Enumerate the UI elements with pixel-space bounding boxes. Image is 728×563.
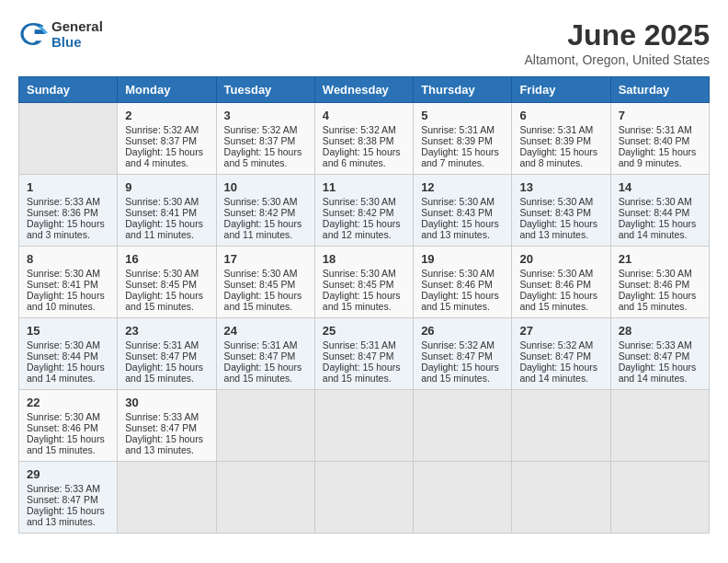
calendar-cell: 2 Sunrise: 5:32 AM Sunset: 8:37 PM Dayli… (118, 103, 216, 175)
sunset-text: Sunset: 8:44 PM (619, 207, 690, 218)
calendar-cell: 4 Sunrise: 5:32 AM Sunset: 8:38 PM Dayli… (314, 103, 413, 175)
sunrise-text: Sunrise: 5:30 AM (224, 268, 298, 279)
sunset-text: Sunset: 8:38 PM (323, 135, 394, 146)
daylight-text: Daylight: 15 hours and 15 minutes. (421, 290, 499, 312)
day-number: 2 (125, 109, 208, 122)
sunrise-text: Sunrise: 5:30 AM (323, 268, 396, 279)
location: Altamont, Oregon, United States (524, 52, 710, 67)
daylight-text: Daylight: 15 hours and 15 minutes. (224, 290, 302, 312)
day-number: 25 (323, 324, 405, 338)
calendar-cell: 17 Sunrise: 5:30 AM Sunset: 8:45 PM Dayl… (216, 247, 314, 318)
page-header: General Blue June 2025 Altamont, Oregon,… (18, 18, 710, 67)
sunrise-text: Sunrise: 5:30 AM (323, 196, 396, 207)
sunset-text: Sunset: 8:46 PM (519, 279, 591, 290)
calendar-cell (216, 390, 314, 462)
daylight-text: Daylight: 15 hours and 15 minutes. (323, 362, 401, 384)
sunset-text: Sunset: 8:40 PM (619, 135, 690, 146)
sunset-text: Sunset: 8:44 PM (27, 350, 98, 362)
sunset-text: Sunset: 8:36 PM (27, 207, 98, 218)
sunrise-text: Sunrise: 5:31 AM (125, 339, 199, 350)
calendar-cell (414, 390, 512, 462)
day-number: 3 (224, 109, 307, 122)
logo: General Blue (18, 18, 103, 50)
sunset-text: Sunset: 8:46 PM (619, 279, 690, 290)
daylight-text: Daylight: 15 hours and 13 minutes. (421, 218, 499, 240)
daylight-text: Daylight: 15 hours and 15 minutes. (27, 433, 105, 455)
day-number: 9 (125, 180, 208, 194)
daylight-text: Daylight: 15 hours and 13 minutes. (125, 433, 203, 455)
daylight-text: Daylight: 15 hours and 15 minutes. (421, 362, 499, 384)
calendar-cell (118, 462, 216, 534)
calendar-cell: 7 Sunrise: 5:31 AM Sunset: 8:40 PM Dayli… (610, 103, 709, 175)
sunrise-text: Sunrise: 5:32 AM (224, 124, 298, 135)
col-saturday: Saturday (610, 77, 709, 103)
calendar-cell: 23 Sunrise: 5:31 AM Sunset: 8:47 PM Dayl… (118, 318, 216, 390)
day-number: 13 (519, 180, 602, 194)
sunrise-text: Sunrise: 5:32 AM (323, 124, 396, 135)
daylight-text: Daylight: 15 hours and 14 minutes. (27, 362, 105, 384)
daylight-text: Daylight: 15 hours and 9 minutes. (619, 146, 697, 168)
sunrise-text: Sunrise: 5:31 AM (323, 339, 396, 350)
calendar-cell: 25 Sunrise: 5:31 AM Sunset: 8:47 PM Dayl… (314, 318, 413, 390)
day-number: 11 (323, 180, 405, 194)
sunset-text: Sunset: 8:45 PM (224, 279, 296, 290)
sunset-text: Sunset: 8:47 PM (224, 350, 296, 362)
day-number: 4 (323, 109, 405, 122)
logo-general: General (51, 18, 103, 34)
daylight-text: Daylight: 15 hours and 11 minutes. (125, 218, 203, 240)
daylight-text: Daylight: 15 hours and 12 minutes. (323, 218, 401, 240)
calendar-cell (414, 462, 512, 534)
sunset-text: Sunset: 8:47 PM (125, 422, 197, 433)
sunset-text: Sunset: 8:47 PM (125, 350, 197, 362)
col-wednesday: Wednesday (314, 77, 413, 103)
calendar-cell: 18 Sunrise: 5:30 AM Sunset: 8:45 PM Dayl… (314, 247, 413, 318)
calendar-header-row: Sunday Monday Tuesday Wednesday Thursday… (19, 77, 710, 103)
daylight-text: Daylight: 15 hours and 14 minutes. (519, 362, 597, 384)
sunrise-text: Sunrise: 5:32 AM (125, 124, 199, 135)
daylight-text: Daylight: 15 hours and 7 minutes. (421, 146, 499, 168)
sunrise-text: Sunrise: 5:30 AM (519, 268, 593, 279)
calendar-table: Sunday Monday Tuesday Wednesday Thursday… (18, 76, 710, 534)
calendar-cell: 11 Sunrise: 5:30 AM Sunset: 8:42 PM Dayl… (314, 175, 413, 247)
sunset-text: Sunset: 8:41 PM (125, 207, 197, 218)
calendar-cell: 12 Sunrise: 5:30 AM Sunset: 8:43 PM Dayl… (414, 175, 512, 247)
day-number: 8 (27, 252, 109, 266)
title-block: June 2025 Altamont, Oregon, United State… (524, 18, 710, 67)
sunrise-text: Sunrise: 5:30 AM (619, 268, 692, 279)
day-number: 16 (125, 252, 208, 266)
sunset-text: Sunset: 8:45 PM (323, 279, 394, 290)
sunrise-text: Sunrise: 5:30 AM (27, 268, 100, 279)
sunset-text: Sunset: 8:42 PM (224, 207, 296, 218)
day-number: 6 (519, 109, 602, 122)
calendar-cell: 5 Sunrise: 5:31 AM Sunset: 8:39 PM Dayli… (414, 103, 512, 175)
sunset-text: Sunset: 8:45 PM (125, 279, 197, 290)
sunrise-text: Sunrise: 5:31 AM (619, 124, 692, 135)
calendar-cell: 29 Sunrise: 5:33 AM Sunset: 8:47 PM Dayl… (19, 462, 118, 534)
day-number: 17 (224, 252, 307, 266)
col-friday: Friday (512, 77, 610, 103)
sunrise-text: Sunrise: 5:31 AM (519, 124, 593, 135)
sunset-text: Sunset: 8:39 PM (519, 135, 591, 146)
calendar-cell (314, 462, 413, 534)
day-number: 29 (27, 467, 109, 481)
calendar-cell: 10 Sunrise: 5:30 AM Sunset: 8:42 PM Dayl… (216, 175, 314, 247)
calendar-cell: 15 Sunrise: 5:30 AM Sunset: 8:44 PM Dayl… (19, 318, 118, 390)
sunrise-text: Sunrise: 5:32 AM (421, 339, 495, 350)
sunrise-text: Sunrise: 5:30 AM (27, 339, 100, 350)
calendar-week-row: 1 Sunrise: 5:33 AM Sunset: 8:36 PM Dayli… (19, 175, 710, 247)
sunset-text: Sunset: 8:46 PM (27, 422, 98, 433)
sunset-text: Sunset: 8:46 PM (421, 279, 493, 290)
daylight-text: Daylight: 15 hours and 5 minutes. (224, 146, 302, 168)
day-number: 5 (421, 109, 504, 122)
day-number: 28 (619, 324, 701, 338)
day-number: 19 (421, 252, 504, 266)
daylight-text: Daylight: 15 hours and 10 minutes. (27, 290, 105, 312)
daylight-text: Daylight: 15 hours and 15 minutes. (323, 290, 401, 312)
calendar-cell: 14 Sunrise: 5:30 AM Sunset: 8:44 PM Dayl… (610, 175, 709, 247)
calendar-cell: 30 Sunrise: 5:33 AM Sunset: 8:47 PM Dayl… (118, 390, 216, 462)
calendar-week-row: 8 Sunrise: 5:30 AM Sunset: 8:41 PM Dayli… (19, 247, 710, 318)
calendar-cell: 26 Sunrise: 5:32 AM Sunset: 8:47 PM Dayl… (414, 318, 512, 390)
day-number: 20 (519, 252, 602, 266)
sunrise-text: Sunrise: 5:30 AM (519, 196, 593, 207)
sunrise-text: Sunrise: 5:30 AM (27, 411, 100, 422)
